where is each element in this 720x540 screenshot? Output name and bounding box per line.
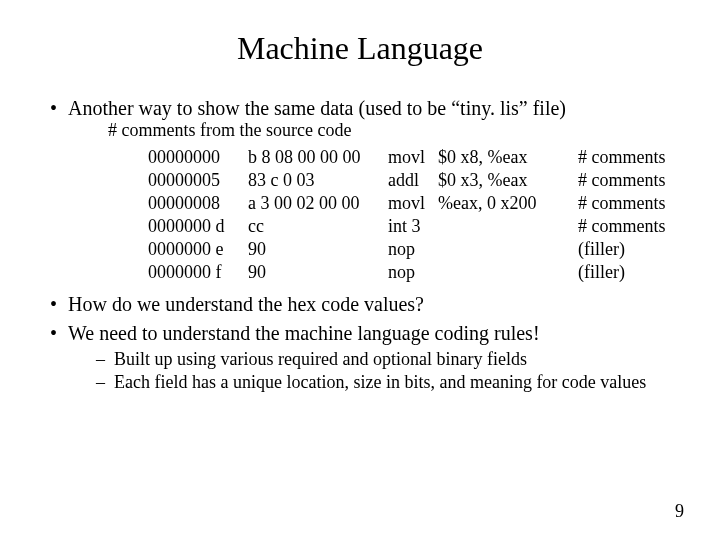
cell-hex: cc xyxy=(248,216,388,239)
cell-addr: 0000000 d xyxy=(148,216,248,239)
cell-hex: a 3 00 02 00 00 xyxy=(248,193,388,216)
code-header: # comments from the source code xyxy=(108,120,680,141)
table-row: 00000008 a 3 00 02 00 00 movl %eax, 0 x2… xyxy=(148,193,678,216)
cell-addr: 00000008 xyxy=(148,193,248,216)
cell-ops xyxy=(438,239,578,262)
code-block: # comments from the source code 00000000… xyxy=(108,120,680,285)
cell-addr: 00000000 xyxy=(148,147,248,170)
cell-cmt: # comments xyxy=(578,216,678,239)
cell-inst: int 3 xyxy=(388,216,438,239)
cell-addr: 0000000 f xyxy=(148,262,248,285)
cell-hex: 83 c 0 03 xyxy=(248,170,388,193)
cell-ops xyxy=(438,262,578,285)
table-row: 0000000 f 90 nop (filler) xyxy=(148,262,678,285)
cell-cmt: # comments xyxy=(578,170,678,193)
cell-ops xyxy=(438,216,578,239)
cell-inst: addl xyxy=(388,170,438,193)
table-row: 00000000 b 8 08 00 00 00 movl $0 x8, %ea… xyxy=(148,147,678,170)
bullet-text: How do we understand the hex code values… xyxy=(68,293,424,315)
sub-bullet-text: Each field has a unique location, size i… xyxy=(114,372,646,392)
sub-bullet-text: Built up using various required and opti… xyxy=(114,349,527,369)
cell-inst: nop xyxy=(388,239,438,262)
cell-addr: 00000005 xyxy=(148,170,248,193)
page-number: 9 xyxy=(675,501,684,522)
cell-inst: nop xyxy=(388,262,438,285)
bullet-item: Another way to show the same data (used … xyxy=(50,97,680,285)
cell-ops: $0 x8, %eax xyxy=(438,147,578,170)
cell-cmt: (filler) xyxy=(578,262,678,285)
cell-inst: movl xyxy=(388,147,438,170)
cell-hex: 90 xyxy=(248,262,388,285)
bullet-text: Another way to show the same data (used … xyxy=(68,97,566,119)
table-row: 0000000 d cc int 3 # comments xyxy=(148,216,678,239)
table-row: 00000005 83 c 0 03 addl $0 x3, %eax # co… xyxy=(148,170,678,193)
bullet-item: How do we understand the hex code values… xyxy=(50,293,680,316)
bullet-item: We need to understand the machine langua… xyxy=(50,322,680,393)
sub-bullet-list: Built up using various required and opti… xyxy=(96,349,680,393)
sub-bullet-item: Built up using various required and opti… xyxy=(96,349,680,370)
sub-bullet-item: Each field has a unique location, size i… xyxy=(96,372,680,393)
cell-ops: %eax, 0 x200 xyxy=(438,193,578,216)
cell-cmt: # comments xyxy=(578,147,678,170)
code-table: 00000000 b 8 08 00 00 00 movl $0 x8, %ea… xyxy=(148,147,678,285)
table-row: 0000000 e 90 nop (filler) xyxy=(148,239,678,262)
bullet-text: We need to understand the machine langua… xyxy=(68,322,540,344)
bullet-list: Another way to show the same data (used … xyxy=(50,97,680,393)
cell-hex: 90 xyxy=(248,239,388,262)
cell-inst: movl xyxy=(388,193,438,216)
cell-addr: 0000000 e xyxy=(148,239,248,262)
cell-ops: $0 x3, %eax xyxy=(438,170,578,193)
slide-title: Machine Language xyxy=(40,30,680,67)
cell-cmt: # comments xyxy=(578,193,678,216)
cell-cmt: (filler) xyxy=(578,239,678,262)
cell-hex: b 8 08 00 00 00 xyxy=(248,147,388,170)
